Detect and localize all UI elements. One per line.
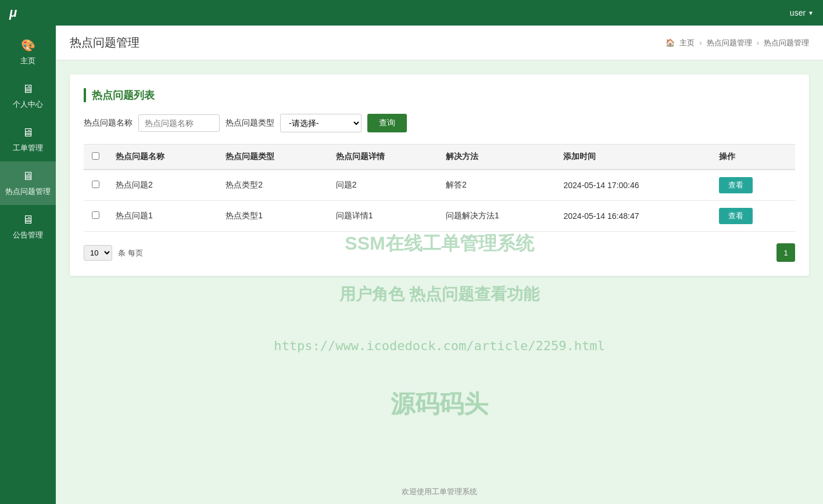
row-action-1: 查看 — [711, 201, 795, 232]
row-name-0: 热点问题2 — [108, 170, 217, 201]
main-content: SSM在线工单管理系统 用户角色 热点问题查看功能 https://www.ic… — [56, 60, 823, 480]
col-header-time: 添加时间 — [555, 145, 710, 170]
card-title: 热点问题列表 — [84, 88, 795, 102]
breadcrumb-level2: 热点问题管理 — [764, 38, 809, 48]
row-solution-0: 解答2 — [438, 170, 556, 201]
footer-text: 欢迎使用工单管理系统 — [402, 487, 477, 496]
row-checkbox-0[interactable] — [92, 181, 99, 188]
chevron-down-icon: ▼ — [808, 10, 814, 16]
filter-name-label: 热点问题名称 — [84, 118, 133, 128]
main-layout: 🎨 主页 🖥 个人中心 🖥 工单管理 🖥 热点问题管理 🖥 公告管理 热点问题管… — [0, 26, 823, 504]
announcements-icon: 🖥 — [22, 213, 34, 226]
footer: 欢迎使用工单管理系统 — [56, 480, 823, 504]
sidebar-item-orders[interactable]: 🖥 工单管理 — [0, 118, 56, 161]
hotissues-icon: 🖥 — [22, 170, 34, 183]
user-watermark: 用户角色 热点问题查看功能 — [339, 283, 539, 305]
breadcrumb-home: 主页 — [679, 38, 695, 48]
top-bar: μ user ▼ — [0, 0, 823, 26]
row-name-1: 热点问题1 — [108, 201, 217, 232]
pagination: 1 — [777, 243, 795, 262]
per-page-label: 条 每页 — [118, 249, 143, 257]
search-button[interactable]: 查询 — [367, 114, 407, 132]
col-header-action: 操作 — [711, 145, 795, 170]
col-header-type: 热点问题类型 — [217, 145, 327, 170]
filter-bar: 热点问题名称 热点问题类型 -请选择- 热点类型1 热点类型2 查询 — [84, 114, 795, 132]
sidebar-item-label-home: 主页 — [20, 56, 35, 66]
sidebar-item-label-profile: 个人中心 — [13, 99, 43, 110]
content-area: 热点问题管理 🏠 主页 › 热点问题管理 › 热点问题管理 SSM在线工单管理系… — [56, 26, 823, 504]
filter-type-select[interactable]: -请选择- 热点类型1 热点类型2 — [280, 114, 362, 132]
filter-type-label: 热点问题类型 — [226, 118, 274, 128]
view-button-1[interactable]: 查看 — [719, 208, 753, 224]
sidebar-item-home[interactable]: 🎨 主页 — [0, 30, 56, 74]
home-icon: 🎨 — [21, 38, 35, 52]
url-watermark: https://www.icodedock.com/article/2259.h… — [274, 339, 605, 353]
sidebar-item-profile[interactable]: 🖥 个人中心 — [0, 74, 56, 118]
sidebar: 🎨 主页 🖥 个人中心 🖥 工单管理 🖥 热点问题管理 🖥 公告管理 — [0, 26, 56, 504]
user-menu[interactable]: user ▼ — [790, 8, 814, 17]
col-header-detail: 热点问题详情 — [328, 145, 438, 170]
per-page-select[interactable]: 10 20 50 — [84, 245, 112, 261]
table-row: 热点问题2 热点类型2 问题2 解答2 2024-05-14 17:00:46 … — [84, 170, 795, 201]
row-time-0: 2024-05-14 17:00:46 — [555, 170, 710, 201]
sidebar-item-label-orders: 工单管理 — [13, 143, 43, 153]
breadcrumb-sep1: › — [699, 38, 702, 47]
pagination-bar: 10 20 50 条 每页 1 — [84, 243, 795, 262]
row-type-0: 热点类型2 — [217, 170, 327, 201]
row-solution-1: 问题解决方法1 — [438, 201, 556, 232]
row-time-1: 2024-05-14 16:48:47 — [555, 201, 710, 232]
page-header: 热点问题管理 🏠 主页 › 热点问题管理 › 热点问题管理 — [56, 26, 823, 60]
page-btn-1[interactable]: 1 — [777, 243, 795, 262]
user-label: user — [790, 8, 806, 17]
profile-icon: 🖥 — [22, 82, 34, 96]
orders-icon: 🖥 — [22, 126, 34, 139]
row-detail-0: 问题2 — [328, 170, 438, 201]
issues-table: 热点问题名称 热点问题类型 热点问题详情 解决方法 添加时间 操作 — [84, 144, 795, 232]
table-row: 热点问题1 热点类型1 问题详情1 问题解决方法1 2024-05-14 16:… — [84, 201, 795, 232]
table-header-row: 热点问题名称 热点问题类型 热点问题详情 解决方法 添加时间 操作 — [84, 145, 795, 170]
sidebar-item-label-hotissues: 热点问题管理 — [5, 186, 51, 197]
app-logo: μ — [9, 5, 17, 20]
per-page-group: 10 20 50 条 每页 — [84, 245, 143, 261]
select-all-checkbox[interactable] — [92, 152, 99, 160]
col-header-name: 热点问题名称 — [108, 145, 217, 170]
source-watermark: 源码码头 — [391, 388, 488, 420]
row-action-0: 查看 — [711, 170, 795, 201]
header-checkbox-cell — [84, 145, 108, 170]
breadcrumb-level1: 热点问题管理 — [707, 38, 752, 48]
card: SSM在线工单管理系统 用户角色 热点问题查看功能 https://www.ic… — [70, 74, 809, 276]
sidebar-item-label-announcements: 公告管理 — [13, 230, 43, 240]
row-checkbox-1[interactable] — [92, 211, 99, 219]
row-detail-1: 问题详情1 — [328, 201, 438, 232]
row-checkbox-cell — [84, 170, 108, 201]
page-title: 热点问题管理 — [70, 35, 139, 51]
breadcrumb-home-icon: 🏠 — [665, 38, 675, 47]
col-header-solution: 解决方法 — [438, 145, 556, 170]
sidebar-item-hotissues[interactable]: 🖥 热点问题管理 — [0, 161, 56, 205]
view-button-0[interactable]: 查看 — [719, 177, 753, 193]
filter-name-input[interactable] — [138, 114, 220, 132]
breadcrumb: 🏠 主页 › 热点问题管理 › 热点问题管理 — [665, 38, 809, 48]
breadcrumb-sep2: › — [757, 38, 759, 47]
row-checkbox-cell — [84, 201, 108, 232]
table-wrapper: 热点问题名称 热点问题类型 热点问题详情 解决方法 添加时间 操作 — [84, 144, 795, 232]
sidebar-item-announcements[interactable]: 🖥 公告管理 — [0, 205, 56, 249]
row-type-1: 热点类型1 — [217, 201, 327, 232]
